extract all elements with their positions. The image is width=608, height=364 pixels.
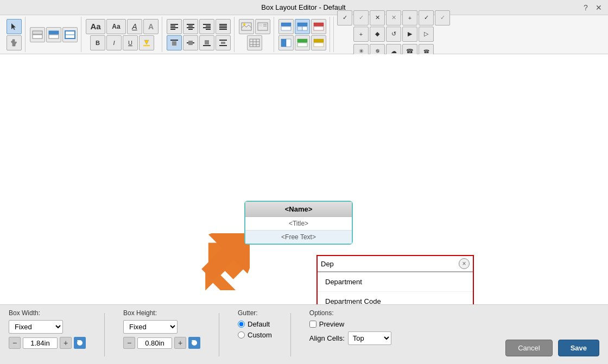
align-right-btn[interactable] xyxy=(199,19,214,34)
valign-top-btn[interactable] xyxy=(167,35,182,50)
save-button[interactable]: Save xyxy=(558,340,599,356)
table-grid-btn[interactable] xyxy=(247,35,262,50)
color-table-6[interactable] xyxy=(311,35,326,50)
svg-rect-7 xyxy=(143,45,150,46)
svg-rect-48 xyxy=(302,27,307,30)
action-check2[interactable]: ✓ xyxy=(353,10,369,25)
search-input[interactable] xyxy=(321,260,459,268)
box-width-reset[interactable] xyxy=(74,337,86,349)
box-width-select[interactable]: Fixed Auto Expand xyxy=(9,320,63,334)
color-table-2[interactable] xyxy=(295,19,310,34)
spread-btn[interactable] xyxy=(216,35,231,50)
action-group: ✓ ✓ ✕ ✕ + ✓ ✓ + ◆ ↺ ▶ ▷ ✳ ✵ ☁ ☎ ☎ xyxy=(333,17,453,52)
cursor-tool[interactable] xyxy=(7,19,22,34)
box-width-input[interactable] xyxy=(23,337,58,349)
action-refresh[interactable]: ↺ xyxy=(386,27,401,42)
svg-rect-53 xyxy=(297,39,307,42)
svg-rect-3 xyxy=(49,31,59,34)
bold-btn[interactable]: B xyxy=(90,35,105,50)
action-arrow-r[interactable]: ▶ xyxy=(402,27,417,42)
close-button[interactable]: ✕ xyxy=(594,3,604,12)
box-height-plus[interactable]: + xyxy=(174,337,186,349)
window-title: Box Layout Editor - Default xyxy=(26,3,581,11)
svg-rect-45 xyxy=(281,27,291,30)
title-bar: Box Layout Editor - Default ? ✕ xyxy=(0,0,608,15)
svg-rect-25 xyxy=(172,41,176,46)
action-plus1[interactable]: + xyxy=(402,10,417,25)
divider-1 xyxy=(104,313,105,356)
valign-mid-btn[interactable] xyxy=(183,35,198,50)
card-free-text: <Free Text> xyxy=(245,231,352,244)
image2-btn[interactable] xyxy=(255,19,270,34)
svg-rect-55 xyxy=(314,39,324,42)
color-table-1[interactable] xyxy=(278,19,294,34)
fill-btn[interactable] xyxy=(139,35,154,50)
help-button[interactable]: ? xyxy=(581,3,591,12)
align-cells-label: Align Cells: xyxy=(309,334,345,342)
action-check1[interactable]: ✓ xyxy=(337,10,352,25)
box-width-stepper: − + xyxy=(9,337,86,349)
action-arrow-d[interactable]: ▷ xyxy=(419,27,434,42)
box-width-group: Box Width: Fixed Auto Expand − + xyxy=(9,309,86,349)
preview-checkbox[interactable] xyxy=(309,321,316,328)
footer-buttons: Cancel Save xyxy=(505,340,599,356)
arrow-pointer xyxy=(190,233,250,288)
image-btn[interactable] xyxy=(239,19,254,34)
card-element: <Name> <Title> <Free Text> xyxy=(244,201,353,245)
svg-point-34 xyxy=(243,23,245,25)
gutter-default-radio[interactable] xyxy=(238,321,245,328)
action-diamond[interactable]: ◆ xyxy=(370,27,385,42)
gutter-custom-radio[interactable] xyxy=(238,331,245,339)
box-width-label: Box Width: xyxy=(9,309,86,317)
box-height-minus[interactable]: − xyxy=(123,337,135,349)
action-x1[interactable]: ✕ xyxy=(370,10,385,25)
italic-btn[interactable]: I xyxy=(106,35,122,50)
search-result-department[interactable]: Department xyxy=(318,272,473,292)
valign-bottom-btn[interactable] xyxy=(199,35,214,50)
align-center-btn[interactable] xyxy=(183,19,198,34)
svg-rect-51 xyxy=(281,39,286,47)
color-table-5[interactable] xyxy=(295,35,310,50)
action-check4[interactable]: ✓ xyxy=(435,10,450,25)
color-table-4[interactable] xyxy=(278,35,294,50)
font-style-a[interactable]: A xyxy=(127,19,142,34)
font-size-large[interactable]: Aa xyxy=(86,19,105,34)
align-cells-select[interactable]: Top Middle Bottom xyxy=(348,331,391,345)
svg-rect-36 xyxy=(259,24,262,27)
underline-btn[interactable]: U xyxy=(123,35,138,50)
box-style-2[interactable] xyxy=(46,27,61,42)
search-clear-button[interactable]: × xyxy=(459,258,470,269)
svg-rect-44 xyxy=(281,23,291,26)
divider-2 xyxy=(219,313,219,356)
svg-rect-52 xyxy=(286,39,291,47)
action-move1[interactable]: + xyxy=(353,27,369,42)
gutter-default-label: Default xyxy=(248,320,270,328)
align-justify-btn[interactable] xyxy=(216,19,231,34)
box-height-select[interactable]: Fixed Auto Expand xyxy=(123,320,178,334)
options-group: Options: Preview Align Cells: Top Middle… xyxy=(309,309,391,345)
box-height-input[interactable] xyxy=(137,337,172,349)
svg-rect-39 xyxy=(250,39,259,47)
svg-rect-29 xyxy=(205,40,209,44)
box-style-1[interactable] xyxy=(30,27,45,42)
align-left-btn[interactable] xyxy=(167,19,182,34)
svg-rect-50 xyxy=(314,27,324,30)
box-style-3[interactable] xyxy=(62,27,78,42)
search-dropdown: × Department Department Code Department … xyxy=(316,255,474,304)
box-width-minus[interactable]: − xyxy=(9,337,21,349)
box-height-reset[interactable] xyxy=(188,337,200,349)
cancel-button[interactable]: Cancel xyxy=(505,340,552,356)
font-contrast[interactable]: A xyxy=(143,19,159,34)
hand-tool[interactable] xyxy=(7,35,22,50)
svg-rect-49 xyxy=(314,23,324,26)
font-tools-group: Aa Aa A A B I U xyxy=(83,17,162,52)
color-table-group xyxy=(275,17,330,52)
preview-label: Preview xyxy=(319,320,344,328)
font-size-medium[interactable]: Aa xyxy=(106,19,126,34)
action-check3[interactable]: ✓ xyxy=(419,10,434,25)
color-table-3[interactable] xyxy=(311,19,326,34)
action-x2[interactable]: ✕ xyxy=(386,10,401,25)
search-result-department-code[interactable]: Department Code xyxy=(318,292,473,304)
select-tools-group xyxy=(3,17,26,52)
box-width-plus[interactable]: + xyxy=(60,337,72,349)
